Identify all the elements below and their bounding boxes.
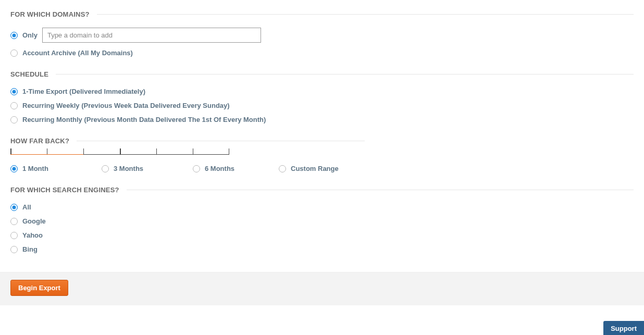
domains-legend: FOR WHICH DOMAINS? — [10, 10, 97, 18]
label-all[interactable]: All — [22, 203, 31, 211]
engines-section: FOR WHICH SEARCH ENGINES? All Google Yah… — [10, 186, 634, 256]
radio-archive[interactable] — [10, 49, 18, 57]
howfar-section: HOW FAR BACK? 1 Month 3 Months — [10, 137, 365, 176]
label-1month[interactable]: 1 Month — [22, 165, 48, 172]
radio-all[interactable] — [10, 204, 18, 211]
domains-only-row: Only — [10, 24, 634, 46]
howfar-custom-row: Custom Range — [279, 162, 339, 176]
radio-6months[interactable] — [193, 165, 200, 172]
howfar-3m-row: 3 Months — [102, 162, 193, 176]
schedule-monthly-row: Recurring Monthly (Previous Month Data D… — [10, 113, 634, 127]
schedule-weekly-row: Recurring Weekly (Previous Week Data Del… — [10, 98, 634, 113]
radio-bing[interactable] — [10, 246, 18, 253]
engines-google-row: Google — [10, 214, 634, 228]
label-3months[interactable]: 3 Months — [114, 165, 143, 172]
engines-legend: FOR WHICH SEARCH ENGINES? — [10, 186, 127, 194]
engines-all-row: All — [10, 200, 634, 214]
domains-section: FOR WHICH DOMAINS? Only Account Archive … — [10, 10, 634, 60]
howfar-fill — [10, 154, 83, 155]
radio-3months[interactable] — [102, 165, 109, 172]
label-bing[interactable]: Bing — [22, 245, 38, 253]
label-only[interactable]: Only — [22, 31, 38, 39]
label-onetime[interactable]: 1-Time Export (Delivered Immediately) — [22, 88, 145, 95]
howfar-legend: HOW FAR BACK? — [10, 137, 77, 145]
label-google[interactable]: Google — [22, 217, 46, 225]
begin-export-button[interactable]: Begin Export — [10, 280, 68, 296]
howfar-6m-row: 6 Months — [193, 162, 279, 176]
engines-yahoo-row: Yahoo — [10, 228, 634, 242]
radio-google[interactable] — [10, 218, 18, 225]
footer-bar: Begin Export — [0, 272, 644, 305]
radio-only[interactable] — [10, 32, 18, 39]
radio-onetime[interactable] — [10, 88, 18, 95]
howfar-ruler[interactable] — [10, 154, 229, 160]
radio-custom[interactable] — [279, 165, 286, 172]
radio-1month[interactable] — [10, 165, 18, 172]
label-6months[interactable]: 6 Months — [205, 165, 234, 172]
radio-monthly[interactable] — [10, 116, 18, 123]
radio-yahoo[interactable] — [10, 232, 18, 239]
label-monthly[interactable]: Recurring Monthly (Previous Month Data D… — [22, 116, 266, 123]
label-custom[interactable]: Custom Range — [291, 165, 339, 172]
label-yahoo[interactable]: Yahoo — [22, 231, 43, 239]
domain-input[interactable] — [42, 28, 261, 43]
schedule-legend: SCHEDULE — [10, 70, 56, 78]
label-weekly[interactable]: Recurring Weekly (Previous Week Data Del… — [22, 102, 230, 109]
schedule-section: SCHEDULE 1-Time Export (Delivered Immedi… — [10, 70, 634, 127]
engines-bing-row: Bing — [10, 242, 634, 256]
label-archive[interactable]: Account Archive (All My Domains) — [22, 49, 133, 57]
radio-weekly[interactable] — [10, 102, 18, 109]
domains-archive-row: Account Archive (All My Domains) — [10, 46, 634, 60]
howfar-ruler-wrap — [10, 151, 365, 162]
howfar-1m-row: 1 Month — [10, 162, 102, 176]
schedule-onetime-row: 1-Time Export (Delivered Immediately) — [10, 84, 634, 98]
